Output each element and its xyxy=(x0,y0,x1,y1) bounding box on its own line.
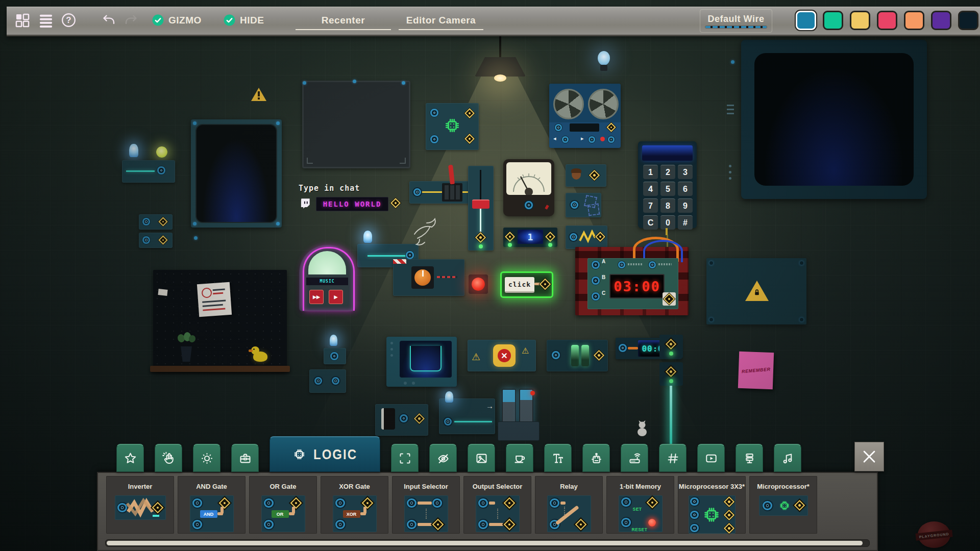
input-node[interactable] xyxy=(524,200,534,210)
output-node[interactable] xyxy=(413,412,425,424)
hanging-lamp[interactable] xyxy=(475,31,526,82)
emitter-node[interactable] xyxy=(659,335,683,358)
input-node[interactable] xyxy=(335,519,346,530)
tab-logic[interactable]: LOGIC xyxy=(270,436,380,472)
click-keycap[interactable]: click xyxy=(505,277,534,293)
jukebox-button[interactable]: ▶ xyxy=(329,290,343,304)
input-node[interactable] xyxy=(406,497,418,509)
input-node[interactable] xyxy=(591,260,600,269)
output-node[interactable] xyxy=(793,498,806,512)
tab-hidden[interactable] xyxy=(429,444,457,472)
node-board[interactable] xyxy=(139,233,173,248)
default-wire-selector[interactable]: Default Wire xyxy=(700,9,772,33)
output-node[interactable] xyxy=(723,522,735,534)
chip-gadget[interactable] xyxy=(426,103,479,150)
lock-warning-panel[interactable] xyxy=(706,258,806,324)
input-node[interactable] xyxy=(690,523,700,533)
input-node[interactable] xyxy=(263,519,275,530)
output-node[interactable] xyxy=(502,517,516,532)
capacitor-gadget[interactable] xyxy=(375,404,428,436)
water-pump[interactable] xyxy=(498,387,538,440)
keypad-key-7[interactable]: 7 xyxy=(643,198,658,213)
tab-selection[interactable] xyxy=(391,444,419,472)
output-node[interactable] xyxy=(645,495,659,510)
keypad-key-0[interactable]: 0 xyxy=(660,215,675,230)
cat-figurine[interactable] xyxy=(633,418,651,437)
list-menu-icon[interactable] xyxy=(37,12,55,29)
output-node[interactable] xyxy=(502,496,516,510)
wire-color-swatch[interactable] xyxy=(850,11,870,30)
input-node[interactable] xyxy=(648,261,656,269)
glow-button[interactable] xyxy=(156,146,167,158)
hide-toggle[interactable]: HIDE xyxy=(223,7,264,33)
tab-network[interactable] xyxy=(621,444,648,472)
jukebox-button[interactable]: ▶▶ xyxy=(309,290,324,304)
wire-color-swatch[interactable] xyxy=(958,11,978,30)
input-node[interactable] xyxy=(430,108,439,117)
input-node[interactable] xyxy=(607,136,615,143)
tab-props[interactable] xyxy=(506,444,533,472)
rubber-duck[interactable] xyxy=(251,346,268,362)
node-board[interactable] xyxy=(139,214,173,230)
output-node[interactable] xyxy=(573,517,587,532)
output-node[interactable] xyxy=(464,133,476,145)
palette-item-output-selector[interactable]: Output Selector xyxy=(463,476,531,534)
input-node[interactable] xyxy=(478,519,489,530)
rotary-knob[interactable] xyxy=(414,269,431,286)
input-node[interactable] xyxy=(405,251,414,260)
input-node[interactable] xyxy=(330,352,339,361)
input-node[interactable] xyxy=(621,496,632,508)
input-node[interactable] xyxy=(432,497,443,509)
palette-item-relay[interactable]: Relay xyxy=(535,476,603,534)
output-node[interactable] xyxy=(288,496,303,510)
output-node[interactable] xyxy=(464,108,476,119)
input-node[interactable] xyxy=(554,123,562,132)
tab-text[interactable] xyxy=(544,444,572,472)
input-node[interactable] xyxy=(551,350,561,360)
crt-monitor[interactable] xyxy=(741,40,927,199)
gizmo-toggle[interactable]: GIZMO xyxy=(152,7,202,33)
crt-side-controls[interactable] xyxy=(727,105,735,186)
input-node[interactable] xyxy=(618,261,626,269)
output-node[interactable] xyxy=(217,496,231,510)
output-node[interactable] xyxy=(390,197,402,209)
input-node[interactable] xyxy=(142,217,151,226)
sticky-note[interactable]: REMEMBER xyxy=(738,352,774,389)
tab-numbers[interactable] xyxy=(659,444,687,472)
input-node[interactable] xyxy=(157,166,166,175)
input-node[interactable] xyxy=(399,413,409,423)
palette-item-or-gate[interactable]: OR GateOR xyxy=(249,476,317,534)
input-node[interactable] xyxy=(142,236,151,244)
output-node[interactable] xyxy=(545,231,556,243)
grid-menu-icon[interactable] xyxy=(14,12,31,29)
output-node[interactable] xyxy=(606,122,617,133)
tab-favorites[interactable] xyxy=(116,444,144,472)
whiteboard[interactable] xyxy=(302,81,410,168)
number-display[interactable]: 1 xyxy=(503,228,557,247)
tab-images[interactable] xyxy=(468,444,495,472)
input-node[interactable] xyxy=(192,497,203,509)
input-node[interactable] xyxy=(412,187,422,197)
output-node[interactable] xyxy=(430,517,445,532)
output-node[interactable] xyxy=(723,495,735,508)
keypad-key-4[interactable]: 4 xyxy=(643,182,658,196)
jukebox[interactable]: MUSIC ▶▶▶ xyxy=(299,245,355,311)
input-node[interactable] xyxy=(569,232,578,242)
tab-video[interactable] xyxy=(697,444,725,472)
input-node[interactable] xyxy=(762,500,773,511)
input-node[interactable] xyxy=(192,519,203,530)
close-palette-button[interactable] xyxy=(854,442,884,471)
slider-handle[interactable] xyxy=(472,199,489,209)
keypad-key-C[interactable]: C xyxy=(643,215,658,230)
keypad-key-9[interactable]: 9 xyxy=(678,198,693,213)
red-glow-button[interactable] xyxy=(469,274,488,294)
input-node[interactable] xyxy=(591,292,600,301)
input-node[interactable] xyxy=(430,135,439,144)
input-node[interactable] xyxy=(690,496,700,507)
input-node[interactable] xyxy=(549,497,560,509)
poster[interactable] xyxy=(197,282,232,317)
small-led-module[interactable] xyxy=(324,335,346,365)
wire-color-swatch[interactable] xyxy=(877,11,897,30)
palette-item-microprocessor-3x3-[interactable]: Microprocessor 3X3* xyxy=(678,476,746,534)
rotary-switch-board[interactable] xyxy=(393,259,464,296)
